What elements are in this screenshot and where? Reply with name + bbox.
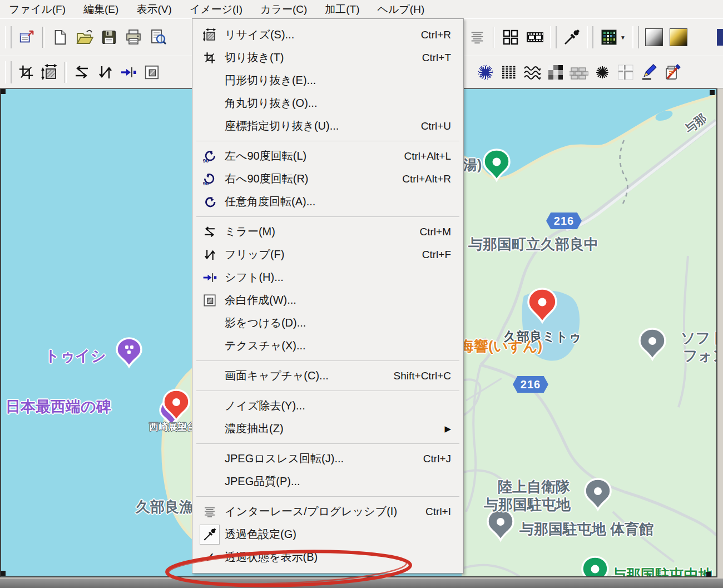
- shift-button[interactable]: [117, 61, 140, 83]
- paint-tools-icon: [663, 63, 681, 81]
- check-icon: ✓: [199, 550, 220, 565]
- resize-button[interactable]: [38, 61, 61, 83]
- menu-item-circle-crop[interactable]: 円形切り抜き(E)...: [192, 69, 463, 92]
- waves-button[interactable]: [521, 61, 543, 83]
- image-menu-popup: リサイズ(S)... Ctrl+R 切り抜き(T) Ctrl+T 円形切り抜き(…: [192, 18, 464, 574]
- gradient-light-button[interactable]: [642, 25, 666, 50]
- blur-starburst-icon: [477, 63, 494, 81]
- flip-button[interactable]: [94, 61, 116, 83]
- map-label-gym: 与那国駐屯地 体育館: [519, 520, 653, 539]
- toolbar-grip[interactable]: [632, 26, 639, 48]
- waves-icon: [523, 63, 542, 81]
- menu-item-flip[interactable]: フリップ(F) Ctrl+F: [192, 243, 463, 266]
- menu-item-rotate-right-90[interactable]: 90 右へ90度回転(R) Ctrl+Alt+R: [192, 167, 463, 190]
- map-label-westernmost: 日本最西端の碑: [6, 397, 111, 417]
- menu-edit[interactable]: 編集(E): [75, 2, 127, 17]
- menu-item-density-extract[interactable]: 濃度抽出(Z) ▶: [192, 417, 463, 440]
- print-preview-button[interactable]: [146, 25, 170, 50]
- pencil-button[interactable]: [638, 61, 660, 83]
- crop-icon: [199, 51, 220, 65]
- menu-color[interactable]: カラー(C): [251, 2, 316, 17]
- open-file-button[interactable]: [73, 25, 96, 50]
- pencil-icon: [640, 63, 658, 81]
- map-label-jsdf-1: 陸上自衛隊: [498, 477, 570, 497]
- menu-item-mirror[interactable]: ミラー(M) Ctrl+M: [192, 220, 463, 243]
- menu-view[interactable]: 表示(V): [127, 2, 180, 17]
- menu-item-shadow[interactable]: 影をつける(D)...: [192, 312, 463, 334]
- menu-separator: [196, 216, 459, 217]
- selection-handle-bottom-right[interactable]: [706, 572, 711, 577]
- menu-item-rotate-any[interactable]: 任意角度回転(A)...: [192, 190, 463, 213]
- crop-button[interactable]: [15, 61, 37, 83]
- app-window-icon: [18, 29, 35, 46]
- selection-handle-top-right[interactable]: [710, 90, 715, 95]
- eyedropper-button[interactable]: [560, 25, 583, 50]
- menu-item-interlace[interactable]: インターレース/プログレッシブ(I) Ctrl+I: [192, 500, 463, 523]
- tile-view-button[interactable]: [499, 25, 522, 50]
- dither-button[interactable]: [498, 61, 520, 83]
- brick-button[interactable]: [568, 61, 590, 83]
- menu-item-shift[interactable]: シフト(H)...: [192, 266, 463, 289]
- route-badge-216-lower: 216: [513, 376, 548, 393]
- menu-bar: ファイル(F) 編集(E) 表示(V) イメージ(I) カラー(C) 加工(T)…: [0, 0, 723, 18]
- toolbar-grip[interactable]: [5, 26, 12, 48]
- menu-item-jpeg-quality[interactable]: JPEG品質(P)...: [192, 470, 463, 493]
- filmstrip-icon: [526, 29, 544, 46]
- paint-tools-button[interactable]: [661, 61, 684, 83]
- menu-item-margin[interactable]: 余白作成(W)...: [192, 289, 463, 312]
- toolbar-separator: [65, 62, 67, 83]
- clipped-toolbar-icon[interactable]: [717, 29, 723, 46]
- route-badge-216-upper: 216: [546, 213, 582, 229]
- print-icon: [125, 28, 142, 46]
- menu-item-transparent-color[interactable]: 透過色設定(G): [192, 523, 463, 546]
- blur-starburst-button[interactable]: [474, 61, 497, 83]
- selection-handle-bottom-left[interactable]: [1, 571, 6, 576]
- margin-button[interactable]: [141, 61, 163, 83]
- save-button[interactable]: [97, 25, 121, 50]
- status-bar: [0, 579, 723, 588]
- menu-item-show-transparency[interactable]: ✓ 透過状態を表示(B): [192, 546, 463, 569]
- svg-text:90: 90: [203, 180, 209, 186]
- toolbar-grip[interactable]: [587, 26, 593, 48]
- menu-item-coordinate-crop[interactable]: 座標指定切り抜き(U)... Ctrl+U: [192, 115, 463, 137]
- noise-star-button[interactable]: [591, 61, 613, 83]
- eyedropper-icon: [199, 525, 220, 545]
- map-label-school: 与那国町立久部良中: [468, 235, 598, 254]
- mosaic-button[interactable]: [544, 61, 567, 83]
- menu-item-jpeg-lossless-rotate[interactable]: JPEGロスレス回転(J)... Ctrl+J: [192, 447, 463, 470]
- window-open-button[interactable]: [15, 25, 38, 50]
- menu-item-rounded-crop[interactable]: 角丸切り抜き(O)...: [192, 92, 463, 115]
- print-preview-icon: [149, 28, 167, 46]
- toolbar-grip[interactable]: [5, 61, 12, 83]
- new-document-button[interactable]: [48, 25, 72, 50]
- menu-separator: [196, 496, 459, 497]
- print-button[interactable]: [122, 25, 145, 50]
- toolbar-grip[interactable]: [550, 26, 557, 48]
- menu-help[interactable]: ヘルプ(H): [369, 2, 434, 17]
- map-label-kubura-port: 久部良漁: [136, 497, 194, 517]
- menu-item-screen-capture[interactable]: 画面キャプチャ(C)... Shift+Ctrl+C: [192, 364, 463, 387]
- mirror-button[interactable]: [71, 61, 93, 83]
- gradient-gold-button[interactable]: [667, 25, 690, 50]
- menu-item-rotate-left-90[interactable]: 90 左へ90度回転(L) Ctrl+Alt+L: [192, 145, 463, 167]
- selection-handle-top-left[interactable]: [1, 89, 6, 94]
- menu-item-resize[interactable]: リサイズ(S)... Ctrl+R: [192, 23, 463, 46]
- menu-process[interactable]: 加工(T): [316, 2, 368, 17]
- menu-image[interactable]: イメージ(I): [181, 2, 251, 17]
- menu-file[interactable]: ファイル(F): [0, 2, 75, 17]
- map-label-tuishi: トゥイシ: [44, 346, 106, 366]
- menu-item-crop[interactable]: 切り抜き(T) Ctrl+T: [192, 46, 463, 69]
- window-panes-button[interactable]: [615, 61, 637, 83]
- map-label-restaurant: 海響(いすん): [459, 337, 542, 356]
- interlace-button[interactable]: [466, 25, 489, 50]
- interlace-icon: [199, 505, 220, 519]
- filmstrip-button[interactable]: [523, 25, 547, 50]
- interlace-icon: [469, 29, 486, 46]
- menu-item-texture[interactable]: テクスチャ(X)...: [192, 334, 463, 357]
- menu-separator: [196, 443, 459, 444]
- menu-item-noise-removal[interactable]: ノイズ除去(Y)...: [192, 394, 463, 417]
- eyedropper-icon: [563, 28, 581, 46]
- submenu-arrow-icon: ▶: [444, 424, 451, 434]
- palette-button[interactable]: ▼: [597, 25, 629, 50]
- toolbar-separator: [493, 27, 495, 48]
